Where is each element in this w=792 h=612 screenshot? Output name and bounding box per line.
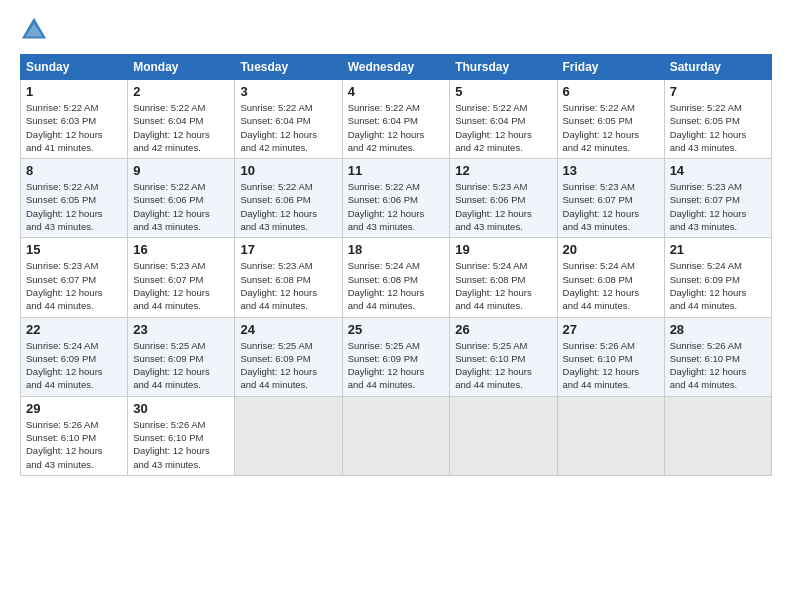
calendar-cell [235,396,342,475]
calendar-cell: 2Sunrise: 5:22 AM Sunset: 6:04 PM Daylig… [128,80,235,159]
day-number: 24 [240,322,336,337]
calendar-cell: 30Sunrise: 5:26 AM Sunset: 6:10 PM Dayli… [128,396,235,475]
calendar-header-row: SundayMondayTuesdayWednesdayThursdayFrid… [21,55,772,80]
day-number: 29 [26,401,122,416]
calendar-cell: 21Sunrise: 5:24 AM Sunset: 6:09 PM Dayli… [664,238,771,317]
calendar-cell: 23Sunrise: 5:25 AM Sunset: 6:09 PM Dayli… [128,317,235,396]
calendar-cell: 13Sunrise: 5:23 AM Sunset: 6:07 PM Dayli… [557,159,664,238]
weekday-header: Wednesday [342,55,450,80]
weekday-header: Tuesday [235,55,342,80]
day-number: 8 [26,163,122,178]
calendar-cell: 25Sunrise: 5:25 AM Sunset: 6:09 PM Dayli… [342,317,450,396]
day-number: 19 [455,242,551,257]
day-info: Sunrise: 5:23 AM Sunset: 6:07 PM Dayligh… [563,180,659,233]
day-info: Sunrise: 5:22 AM Sunset: 6:05 PM Dayligh… [670,101,766,154]
calendar-week-row: 1Sunrise: 5:22 AM Sunset: 6:03 PM Daylig… [21,80,772,159]
day-number: 26 [455,322,551,337]
weekday-header: Sunday [21,55,128,80]
day-info: Sunrise: 5:22 AM Sunset: 6:03 PM Dayligh… [26,101,122,154]
day-info: Sunrise: 5:24 AM Sunset: 6:09 PM Dayligh… [670,259,766,312]
day-info: Sunrise: 5:25 AM Sunset: 6:09 PM Dayligh… [133,339,229,392]
calendar-table: SundayMondayTuesdayWednesdayThursdayFrid… [20,54,772,476]
day-number: 3 [240,84,336,99]
day-number: 14 [670,163,766,178]
day-info: Sunrise: 5:22 AM Sunset: 6:06 PM Dayligh… [133,180,229,233]
day-info: Sunrise: 5:22 AM Sunset: 6:04 PM Dayligh… [240,101,336,154]
day-info: Sunrise: 5:26 AM Sunset: 6:10 PM Dayligh… [133,418,229,471]
day-number: 5 [455,84,551,99]
calendar-cell: 27Sunrise: 5:26 AM Sunset: 6:10 PM Dayli… [557,317,664,396]
calendar-cell: 5Sunrise: 5:22 AM Sunset: 6:04 PM Daylig… [450,80,557,159]
page-header [20,16,772,44]
day-number: 30 [133,401,229,416]
calendar-cell: 19Sunrise: 5:24 AM Sunset: 6:08 PM Dayli… [450,238,557,317]
day-info: Sunrise: 5:24 AM Sunset: 6:08 PM Dayligh… [348,259,445,312]
calendar-cell: 22Sunrise: 5:24 AM Sunset: 6:09 PM Dayli… [21,317,128,396]
calendar-cell: 15Sunrise: 5:23 AM Sunset: 6:07 PM Dayli… [21,238,128,317]
day-info: Sunrise: 5:22 AM Sunset: 6:04 PM Dayligh… [455,101,551,154]
calendar-cell: 6Sunrise: 5:22 AM Sunset: 6:05 PM Daylig… [557,80,664,159]
day-info: Sunrise: 5:26 AM Sunset: 6:10 PM Dayligh… [26,418,122,471]
day-number: 27 [563,322,659,337]
day-number: 28 [670,322,766,337]
calendar-cell: 28Sunrise: 5:26 AM Sunset: 6:10 PM Dayli… [664,317,771,396]
calendar-cell [664,396,771,475]
day-info: Sunrise: 5:22 AM Sunset: 6:04 PM Dayligh… [348,101,445,154]
calendar-cell: 26Sunrise: 5:25 AM Sunset: 6:10 PM Dayli… [450,317,557,396]
calendar-cell: 16Sunrise: 5:23 AM Sunset: 6:07 PM Dayli… [128,238,235,317]
day-number: 7 [670,84,766,99]
calendar-cell [557,396,664,475]
day-number: 12 [455,163,551,178]
day-number: 9 [133,163,229,178]
day-info: Sunrise: 5:24 AM Sunset: 6:08 PM Dayligh… [455,259,551,312]
calendar-cell: 18Sunrise: 5:24 AM Sunset: 6:08 PM Dayli… [342,238,450,317]
weekday-header: Thursday [450,55,557,80]
day-number: 21 [670,242,766,257]
calendar-cell: 14Sunrise: 5:23 AM Sunset: 6:07 PM Dayli… [664,159,771,238]
calendar-cell: 3Sunrise: 5:22 AM Sunset: 6:04 PM Daylig… [235,80,342,159]
calendar-cell: 29Sunrise: 5:26 AM Sunset: 6:10 PM Dayli… [21,396,128,475]
day-number: 23 [133,322,229,337]
day-number: 16 [133,242,229,257]
day-number: 22 [26,322,122,337]
calendar-cell [450,396,557,475]
calendar-cell: 1Sunrise: 5:22 AM Sunset: 6:03 PM Daylig… [21,80,128,159]
day-info: Sunrise: 5:26 AM Sunset: 6:10 PM Dayligh… [563,339,659,392]
weekday-header: Friday [557,55,664,80]
day-number: 18 [348,242,445,257]
day-info: Sunrise: 5:23 AM Sunset: 6:06 PM Dayligh… [455,180,551,233]
day-number: 10 [240,163,336,178]
day-number: 20 [563,242,659,257]
day-info: Sunrise: 5:24 AM Sunset: 6:08 PM Dayligh… [563,259,659,312]
calendar-week-row: 8Sunrise: 5:22 AM Sunset: 6:05 PM Daylig… [21,159,772,238]
day-number: 11 [348,163,445,178]
calendar-cell: 7Sunrise: 5:22 AM Sunset: 6:05 PM Daylig… [664,80,771,159]
calendar-cell: 8Sunrise: 5:22 AM Sunset: 6:05 PM Daylig… [21,159,128,238]
logo-icon [20,16,48,44]
calendar-cell: 20Sunrise: 5:24 AM Sunset: 6:08 PM Dayli… [557,238,664,317]
calendar-cell: 4Sunrise: 5:22 AM Sunset: 6:04 PM Daylig… [342,80,450,159]
calendar-cell: 10Sunrise: 5:22 AM Sunset: 6:06 PM Dayli… [235,159,342,238]
day-info: Sunrise: 5:25 AM Sunset: 6:09 PM Dayligh… [240,339,336,392]
day-info: Sunrise: 5:24 AM Sunset: 6:09 PM Dayligh… [26,339,122,392]
weekday-header: Monday [128,55,235,80]
calendar-week-row: 29Sunrise: 5:26 AM Sunset: 6:10 PM Dayli… [21,396,772,475]
calendar-week-row: 22Sunrise: 5:24 AM Sunset: 6:09 PM Dayli… [21,317,772,396]
day-number: 17 [240,242,336,257]
calendar-cell: 24Sunrise: 5:25 AM Sunset: 6:09 PM Dayli… [235,317,342,396]
day-number: 1 [26,84,122,99]
day-info: Sunrise: 5:22 AM Sunset: 6:04 PM Dayligh… [133,101,229,154]
calendar-cell: 17Sunrise: 5:23 AM Sunset: 6:08 PM Dayli… [235,238,342,317]
day-info: Sunrise: 5:22 AM Sunset: 6:06 PM Dayligh… [240,180,336,233]
day-info: Sunrise: 5:26 AM Sunset: 6:10 PM Dayligh… [670,339,766,392]
day-number: 13 [563,163,659,178]
day-info: Sunrise: 5:23 AM Sunset: 6:07 PM Dayligh… [670,180,766,233]
day-info: Sunrise: 5:25 AM Sunset: 6:10 PM Dayligh… [455,339,551,392]
day-info: Sunrise: 5:23 AM Sunset: 6:07 PM Dayligh… [133,259,229,312]
calendar-cell: 11Sunrise: 5:22 AM Sunset: 6:06 PM Dayli… [342,159,450,238]
day-info: Sunrise: 5:22 AM Sunset: 6:05 PM Dayligh… [26,180,122,233]
day-info: Sunrise: 5:23 AM Sunset: 6:07 PM Dayligh… [26,259,122,312]
calendar-cell: 9Sunrise: 5:22 AM Sunset: 6:06 PM Daylig… [128,159,235,238]
day-number: 25 [348,322,445,337]
day-info: Sunrise: 5:22 AM Sunset: 6:06 PM Dayligh… [348,180,445,233]
